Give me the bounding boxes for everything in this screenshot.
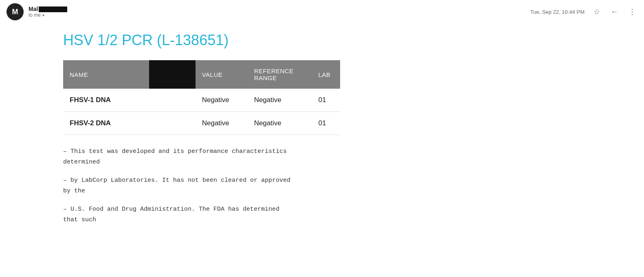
cell-value: Negative — [196, 89, 248, 112]
cell-test-name: FHSV-2 DNA — [63, 112, 149, 135]
main-content: HSV 1/2 PCR (L-138651) NAME VALUE REFERE… — [63, 24, 644, 249]
more-options-button[interactable]: ⋮ — [627, 6, 637, 18]
sender-to[interactable]: to me ▾ — [29, 12, 67, 18]
cell-reference-range: Negative — [248, 112, 312, 135]
reply-icon: ← — [611, 8, 618, 16]
cell-reference-range: Negative — [248, 89, 312, 112]
results-table: NAME VALUE REFERENCE RANGE LAB FHSV-1 DN… — [63, 60, 340, 135]
reply-button[interactable]: ← — [609, 6, 620, 18]
cell-lab: 01 — [312, 112, 340, 135]
star-icon: ☆ — [593, 7, 600, 16]
sender-name: Mal — [29, 6, 67, 12]
chevron-down-icon: ▾ — [42, 13, 44, 17]
avatar: M — [7, 3, 24, 20]
note-paragraph: – This test was developed and its perfor… — [63, 146, 291, 167]
email-body: HSV 1/2 PCR (L-138651) NAME VALUE REFERE… — [0, 24, 644, 249]
table-row: FHSV-2 DNA Negative Negative 01 — [63, 112, 340, 135]
cell-lab: 01 — [312, 89, 340, 112]
more-icon: ⋮ — [629, 7, 636, 16]
col-header-value: VALUE — [196, 60, 248, 89]
cell-empty — [149, 112, 196, 135]
table-row: FHSV-1 DNA Negative Negative 01 — [63, 89, 340, 112]
col-header-lab: LAB — [312, 60, 340, 89]
sender-info: Mal to me ▾ — [29, 6, 67, 18]
note-paragraph: – by LabCorp Laboratories. It has not be… — [63, 175, 291, 196]
sender-section: M Mal to me ▾ — [7, 3, 67, 20]
email-container: M Mal to me ▾ Tue, Sep 22, 10:44 PM ☆ ← … — [0, 0, 644, 277]
col-header-reference: REFERENCE RANGE — [248, 60, 312, 89]
note-paragraph: – U.S. Food and Drug Administration. The… — [63, 204, 291, 225]
cell-empty — [149, 89, 196, 112]
cell-value: Negative — [196, 112, 248, 135]
col-header-redacted — [149, 60, 196, 89]
col-header-name: NAME — [63, 60, 149, 89]
notes-section: – This test was developed and its perfor… — [63, 146, 291, 225]
redacted-name — [39, 7, 67, 12]
email-header: M Mal to me ▾ Tue, Sep 22, 10:44 PM ☆ ← … — [0, 0, 644, 24]
left-gutter — [0, 24, 63, 249]
cell-test-name: FHSV-1 DNA — [63, 89, 149, 112]
table-header-row: NAME VALUE REFERENCE RANGE LAB — [63, 60, 340, 89]
top-actions: Tue, Sep 22, 10:44 PM ☆ ← ⋮ — [530, 6, 637, 18]
star-button[interactable]: ☆ — [592, 6, 602, 18]
email-timestamp: Tue, Sep 22, 10:44 PM — [530, 9, 585, 15]
report-title: HSV 1/2 PCR (L-138651) — [63, 32, 628, 49]
